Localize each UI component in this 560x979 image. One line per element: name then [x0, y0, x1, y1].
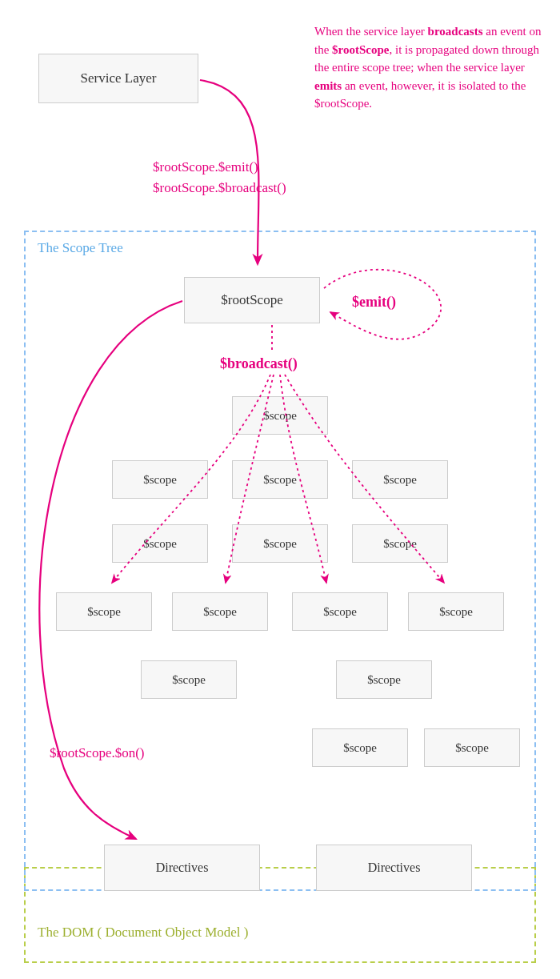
scope-box: $scope: [112, 460, 208, 499]
scope-box: $scope: [56, 592, 152, 631]
scope-label: $scope: [263, 537, 297, 551]
desc-bold-rootscope: $rootScope: [332, 43, 389, 56]
service-layer-label: Service Layer: [81, 70, 157, 86]
scope-label: $scope: [172, 673, 206, 687]
directives-box: Directives: [316, 845, 472, 891]
directives-label: Directives: [368, 861, 421, 875]
desc-part: When the service layer: [314, 25, 428, 38]
desc-part: an event, however, it is isolated to the…: [314, 79, 526, 110]
scope-box: $scope: [424, 728, 520, 767]
scope-box: $scope: [141, 660, 237, 699]
scope-label: $scope: [343, 741, 377, 755]
scope-label: $scope: [263, 473, 297, 487]
scope-box: $scope: [352, 524, 448, 563]
rootscope-box: $rootScope: [184, 277, 320, 323]
scope-label: $scope: [367, 673, 401, 687]
scope-label: $scope: [143, 537, 177, 551]
scope-label: $scope: [323, 605, 357, 619]
scope-box: $scope: [172, 592, 268, 631]
scope-box: $scope: [232, 524, 328, 563]
broadcast-label: $broadcast(): [220, 354, 298, 373]
dom-title: The DOM ( Document Object Model ): [38, 925, 248, 941]
scope-label: $scope: [383, 537, 417, 551]
emit-label: $emit(): [352, 292, 396, 311]
description-text: When the service layer broadcasts an eve…: [314, 22, 546, 113]
desc-bold-emits: emits: [314, 79, 342, 92]
rootscope-on-call: $rootScope.$on(): [50, 744, 145, 763]
scope-box: $scope: [232, 396, 328, 435]
scope-label: $scope: [203, 605, 237, 619]
scope-label: $scope: [87, 605, 121, 619]
scope-box: $scope: [336, 660, 432, 699]
rootscope-label: $rootScope: [221, 292, 282, 308]
scope-box: $scope: [292, 592, 388, 631]
scope-label: $scope: [263, 409, 297, 423]
scope-box: $scope: [352, 460, 448, 499]
scope-box: $scope: [408, 592, 504, 631]
scope-label: $scope: [455, 741, 489, 755]
scope-box: $scope: [112, 524, 208, 563]
desc-bold-broadcasts: broadcasts: [428, 25, 483, 38]
directives-label: Directives: [156, 861, 209, 875]
service-layer-box: Service Layer: [38, 54, 198, 103]
scope-tree-title: The Scope Tree: [38, 240, 123, 256]
rootscope-emit-call: $rootScope.$emit(): [153, 158, 258, 177]
directives-box: Directives: [104, 845, 260, 891]
scope-label: $scope: [439, 605, 473, 619]
scope-box: $scope: [232, 460, 328, 499]
rootscope-broadcast-call: $rootScope.$broadcast(): [153, 179, 286, 198]
scope-label: $scope: [383, 473, 417, 487]
scope-label: $scope: [143, 473, 177, 487]
scope-box: $scope: [312, 728, 408, 767]
